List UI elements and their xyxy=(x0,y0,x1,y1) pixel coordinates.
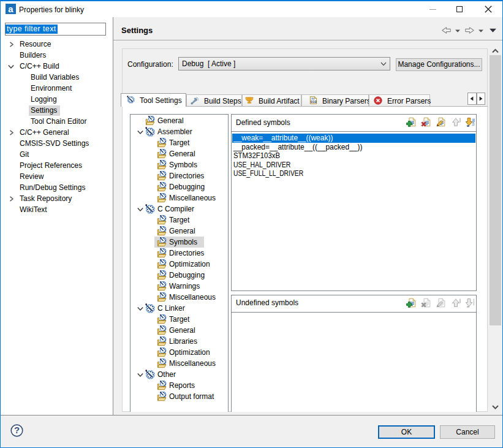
svg-text:?: ? xyxy=(14,425,20,435)
svg-text:a: a xyxy=(8,4,13,14)
